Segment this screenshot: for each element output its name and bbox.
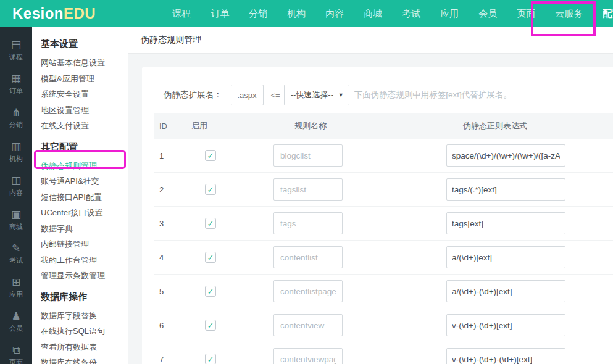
rule-name-input[interactable] [273,314,343,336]
rule-name-input[interactable] [273,246,343,268]
sidebar-item-payment[interactable]: 在线支付设置 [41,118,128,134]
nav-item-mall[interactable]: 商城 [354,8,392,20]
nav-item-pages[interactable]: 页面 [507,8,545,20]
nav-item-distribution[interactable]: 分销 [239,8,277,20]
row-id: 3 [154,219,191,228]
nav-item-config[interactable]: 配置 [593,8,613,20]
rail-item-mall[interactable]: ▣ 商城 [0,203,32,237]
extension-hint: 下面伪静态规则中用标签[ext]代替扩展名。 [354,89,512,101]
table-row: 1 ✓ [154,139,613,173]
mall-icon: ▣ [11,209,21,221]
quick-select-dropdown[interactable]: --快速选择-- ▼ [284,85,349,105]
sidebar-item-model-app[interactable]: 模型&应用管理 [41,71,128,87]
nav-item-members[interactable]: 会员 [469,8,507,20]
check-icon: ✓ [207,254,214,262]
row-id: 7 [154,355,191,364]
enabled-checkbox[interactable]: ✓ [205,286,216,297]
extension-input[interactable] [231,85,264,105]
nav-item-orders[interactable]: 订单 [201,8,239,20]
rule-regex-input[interactable] [446,212,565,234]
table-row: 6 ✓ [154,308,613,342]
quick-select-value: --快速选择-- [291,89,333,101]
rail-label: 课程 [9,52,23,62]
sidebar-item-account-api[interactable]: 账号通API&社交 [41,173,128,189]
rule-regex-input[interactable] [446,314,565,336]
nav-item-courses[interactable]: 课程 [162,8,201,20]
table-row: 3 ✓ [154,207,613,241]
extension-form: 伪静态扩展名： <= --快速选择-- ▼ 下面伪静态规则中用标签[ext]代替… [164,84,613,106]
nav-item-exam[interactable]: 考试 [392,8,430,20]
table-row: 7 ✓ [154,342,613,364]
sidebar-item-field-replace[interactable]: 数据库字段替换 [41,308,128,324]
check-icon: ✓ [207,220,214,228]
table-row: 2 ✓ [154,173,613,207]
rule-name-input[interactable] [273,280,343,302]
rail-item-distribution[interactable]: ⋔ 分销 [0,101,32,135]
row-id: 6 [154,321,191,330]
exam-icon: ✎ [12,242,20,255]
content-icon: ◫ [11,175,21,187]
enabled-checkbox[interactable]: ✓ [205,354,216,364]
sidebar-item-sms-api[interactable]: 短信接口API配置 [41,189,128,205]
app-root: KesionEDU 课程 订单 分销 机构 内容 商城 考试 应用 会员 页面 … [0,0,613,364]
check-icon: ✓ [207,355,214,363]
rail-label: 会员 [9,324,23,333]
check-icon: ✓ [207,152,214,160]
sidebar-item-backup[interactable]: 数据库在线备份 [41,355,128,364]
sidebar-item-ucenter[interactable]: UCenter接口设置 [41,205,128,221]
organization-icon: ▥ [11,141,21,153]
rule-regex-input[interactable] [446,178,565,201]
nav-item-content[interactable]: 内容 [315,8,354,20]
enabled-checkbox[interactable]: ✓ [205,150,216,161]
rail-item-members[interactable]: ♟ 会员 [0,305,32,339]
apps-icon: ⊞ [12,276,20,289]
page-title: 伪静态规则管理 [128,27,613,54]
nav-item-apps[interactable]: 应用 [430,8,469,20]
rule-regex-input[interactable] [446,280,565,302]
sidebar-item-security[interactable]: 系统安全设置 [41,86,128,102]
sidebar-item-dictionary[interactable]: 数据字典 [41,221,128,237]
sidebar-item-site-info[interactable]: 网站基本信息设置 [41,55,128,71]
rail-item-orders[interactable]: ▦ 订单 [0,67,32,101]
rail-item-pages[interactable]: ⧉ 页面 [0,339,32,364]
rail-item-content[interactable]: ◫ 内容 [0,169,32,203]
sidebar-item-view-tables[interactable]: 查看所有数据表 [41,339,128,355]
sidebar-section-database: 数据库操作 [41,291,128,303]
sidebar-section-other: 其它配置 [41,141,128,153]
enabled-checkbox[interactable]: ✓ [205,218,216,229]
row-id: 4 [154,253,191,262]
row-id: 2 [154,185,191,194]
rule-regex-input[interactable] [446,246,565,268]
enabled-checkbox[interactable]: ✓ [205,252,216,263]
header-enabled: 启用 [191,120,262,131]
rail-item-organization[interactable]: ▥ 机构 [0,135,32,169]
rule-regex-input[interactable] [446,348,565,364]
sidebar-item-workbench[interactable]: 我的工作台管理 [41,252,128,268]
enabled-checkbox[interactable]: ✓ [205,184,216,195]
pages-icon: ⧉ [12,344,20,357]
icon-rail: ▤ 课程 ▦ 订单 ⋔ 分销 ▥ 机构 ◫ 内容 ▣ 商城 ✎ 考试 ⊞ 应用 [0,27,32,364]
check-icon: ✓ [207,321,214,329]
enabled-checkbox[interactable]: ✓ [205,320,216,331]
nav-item-cloud[interactable]: 云服务 [545,8,593,20]
sidebar-item-internal-links[interactable]: 内部链接管理 [41,236,128,252]
rail-item-exam[interactable]: ✎ 考试 [0,237,32,271]
rail-item-courses[interactable]: ▤ 课程 [0,33,32,67]
rail-label: 订单 [9,86,23,96]
sidebar-item-rewrite-rules[interactable]: 伪静态规则管理 [41,158,128,174]
top-bar: KesionEDU 课程 订单 分销 机构 内容 商城 考试 应用 会员 页面 … [0,0,613,27]
rail-label: 商城 [9,222,23,231]
sidebar-item-sql[interactable]: 在线执行SQL语句 [41,323,128,339]
rule-regex-input[interactable] [446,144,565,167]
brand-logo[interactable]: KesionEDU [12,5,96,22]
sidebar-item-display-count[interactable]: 管理显示条数管理 [41,268,128,284]
rule-name-input[interactable] [273,144,343,167]
orders-icon: ▦ [11,73,21,85]
rule-name-input[interactable] [273,178,343,201]
nav-item-organization[interactable]: 机构 [277,8,315,20]
rule-name-input[interactable] [273,212,343,234]
sidebar-item-region[interactable]: 地区设置管理 [41,102,128,118]
rule-name-input[interactable] [273,348,343,364]
rail-item-apps[interactable]: ⊞ 应用 [0,271,32,305]
sidebar-section-basic: 基本设置 [41,38,128,50]
